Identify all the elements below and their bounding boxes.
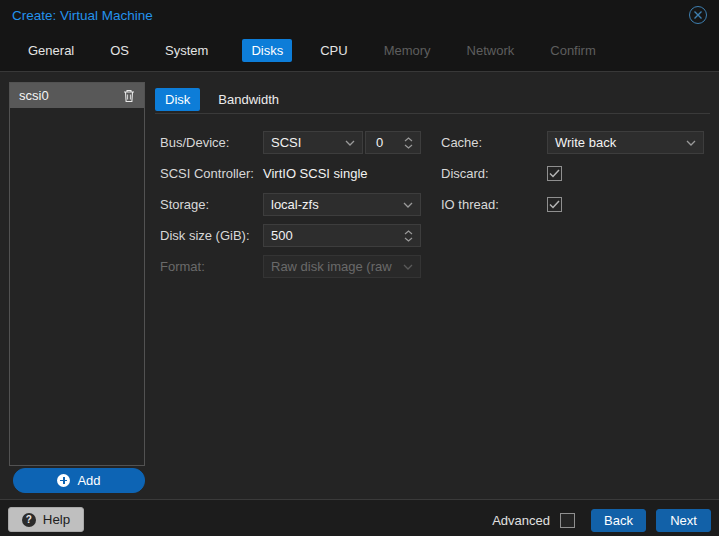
tab-cpu[interactable]: CPU xyxy=(318,39,349,62)
discard-checkbox[interactable] xyxy=(547,166,562,181)
dialog-title: Create: Virtual Machine xyxy=(12,8,153,23)
dialog-footer: ? Help Advanced Back Next xyxy=(0,499,719,536)
cache-select-value: Write back xyxy=(555,135,616,150)
scsi-controller-label: SCSI Controller: xyxy=(160,166,263,181)
row-cache: Cache: Write back xyxy=(441,131,709,154)
chevron-down-icon xyxy=(686,140,696,146)
disk-item-label: scsi0 xyxy=(19,88,49,103)
plus-circle-icon xyxy=(57,474,70,487)
row-format: Format: Raw disk image (raw xyxy=(160,255,430,278)
row-discard: Discard: xyxy=(441,162,709,185)
row-scsi-controller: SCSI Controller: VirtIO SCSI single xyxy=(160,162,430,185)
io-thread-label: IO thread: xyxy=(441,197,547,212)
cache-label: Cache: xyxy=(441,135,547,150)
dialog-titlebar: Create: Virtual Machine xyxy=(0,0,719,30)
form-right-column: Cache: Write back Discard: IO thread: xyxy=(441,131,709,224)
tab-system[interactable]: System xyxy=(163,39,210,62)
back-button[interactable]: Back xyxy=(591,509,646,532)
tab-disk[interactable]: Disk xyxy=(155,88,200,111)
tab-memory: Memory xyxy=(382,39,433,62)
spinner-arrows-icon[interactable] xyxy=(404,137,413,149)
tab-disks[interactable]: Disks xyxy=(242,39,292,62)
disk-size-spinner[interactable]: 500 xyxy=(263,224,421,247)
storage-label: Storage: xyxy=(160,197,263,212)
bus-index-spinner[interactable]: 0 xyxy=(365,131,421,154)
footer-actions: Advanced Back Next xyxy=(492,509,711,532)
wizard-tab-bar: General OS System Disks CPU Memory Netwo… xyxy=(0,30,719,72)
cache-select[interactable]: Write back xyxy=(547,131,704,154)
question-circle-icon: ? xyxy=(22,513,36,527)
bus-device-label: Bus/Device: xyxy=(160,135,263,150)
chevron-down-icon xyxy=(345,140,355,146)
format-select-disabled: Raw disk image (raw xyxy=(263,255,421,278)
advanced-checkbox[interactable] xyxy=(560,513,575,528)
row-storage: Storage: local-zfs xyxy=(160,193,430,216)
row-disk-size: Disk size (GiB): 500 xyxy=(160,224,430,247)
tab-confirm: Confirm xyxy=(548,39,598,62)
form-left-column: Bus/Device: SCSI 0 SCSI Controller: Virt… xyxy=(160,131,430,286)
disk-size-label: Disk size (GiB): xyxy=(160,228,263,243)
chevron-down-icon xyxy=(403,202,413,208)
tab-general[interactable]: General xyxy=(26,39,76,62)
tab-network: Network xyxy=(465,39,517,62)
help-button[interactable]: ? Help xyxy=(8,507,84,532)
bus-index-value: 0 xyxy=(376,135,383,150)
chevron-down-icon xyxy=(403,264,413,270)
close-icon[interactable] xyxy=(689,6,707,24)
discard-label: Discard: xyxy=(441,166,547,181)
disk-list-panel: scsi0 xyxy=(9,82,145,466)
row-bus-device: Bus/Device: SCSI 0 xyxy=(160,131,430,154)
bus-select-value: SCSI xyxy=(271,135,301,150)
format-select-value: Raw disk image (raw xyxy=(271,259,392,274)
disk-list-item-scsi0[interactable]: scsi0 xyxy=(10,83,144,108)
bus-select[interactable]: SCSI xyxy=(263,131,363,154)
row-io-thread: IO thread: xyxy=(441,193,709,216)
spinner-arrows-icon[interactable] xyxy=(404,230,413,242)
disk-size-value: 500 xyxy=(271,228,293,243)
disk-panel-tab-bar: Disk Bandwidth xyxy=(155,87,710,114)
add-button-label: Add xyxy=(77,473,100,488)
help-button-label: Help xyxy=(43,512,70,527)
storage-select-value: local-zfs xyxy=(271,197,319,212)
advanced-label: Advanced xyxy=(492,513,550,528)
io-thread-checkbox[interactable] xyxy=(547,197,562,212)
scsi-controller-value: VirtIO SCSI single xyxy=(263,166,368,181)
tab-bandwidth[interactable]: Bandwidth xyxy=(208,88,289,111)
tab-os[interactable]: OS xyxy=(108,39,131,62)
next-button[interactable]: Next xyxy=(656,509,711,532)
storage-select[interactable]: local-zfs xyxy=(263,193,421,216)
trash-icon[interactable] xyxy=(123,89,135,103)
add-disk-button[interactable]: Add xyxy=(13,468,145,493)
format-label: Format: xyxy=(160,259,263,274)
